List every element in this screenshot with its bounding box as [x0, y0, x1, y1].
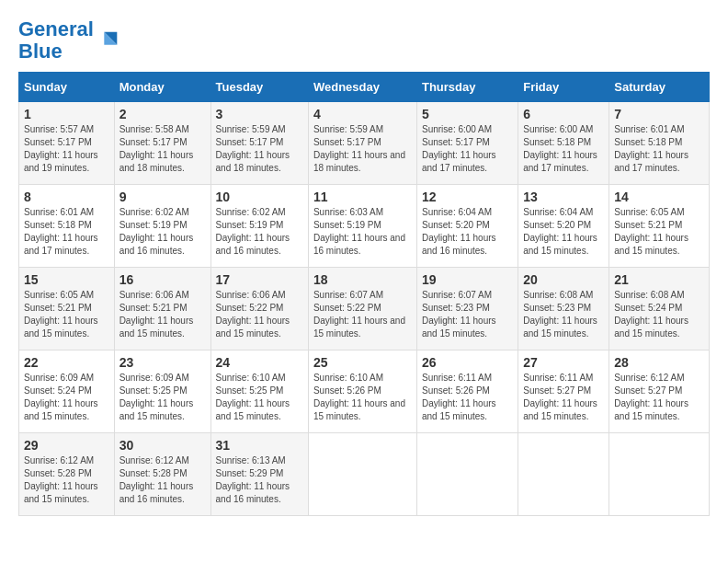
calendar-cell: 13 Sunrise: 6:04 AM Sunset: 5:20 PM Dayl… — [518, 185, 609, 268]
day-number: 30 — [119, 438, 206, 453]
calendar-cell: 29 Sunrise: 6:12 AM Sunset: 5:28 PM Dayl… — [19, 433, 115, 516]
day-number: 26 — [422, 355, 513, 370]
day-number: 6 — [523, 107, 604, 121]
day-info: Sunrise: 6:12 AM Sunset: 5:27 PM Dayligh… — [614, 372, 704, 423]
header-day: Monday — [114, 73, 210, 102]
day-info: Sunrise: 6:00 AM Sunset: 5:18 PM Dayligh… — [523, 123, 604, 175]
day-info: Sunrise: 6:07 AM Sunset: 5:22 PM Dayligh… — [313, 289, 412, 340]
day-number: 29 — [24, 438, 109, 453]
day-info: Sunrise: 6:01 AM Sunset: 5:18 PM Dayligh… — [24, 206, 109, 258]
day-number: 13 — [523, 190, 604, 204]
day-info: Sunrise: 6:03 AM Sunset: 5:19 PM Dayligh… — [313, 206, 412, 258]
calendar-cell: 18 Sunrise: 6:07 AM Sunset: 5:22 PM Dayl… — [308, 268, 416, 350]
calendar-cell: 14 Sunrise: 6:05 AM Sunset: 5:21 PM Dayl… — [609, 185, 710, 268]
calendar-cell: 9 Sunrise: 6:02 AM Sunset: 5:19 PM Dayli… — [114, 185, 210, 268]
day-number: 27 — [523, 355, 604, 370]
day-number: 20 — [523, 272, 604, 287]
page-header: General Blue — [18, 18, 710, 63]
header-day: Saturday — [609, 73, 710, 102]
calendar-cell: 3 Sunrise: 5:59 AM Sunset: 5:17 PM Dayli… — [210, 102, 308, 185]
day-info: Sunrise: 6:05 AM Sunset: 5:21 PM Dayligh… — [24, 289, 109, 340]
calendar-cell: 15 Sunrise: 6:05 AM Sunset: 5:21 PM Dayl… — [19, 268, 115, 350]
day-number: 14 — [614, 190, 704, 204]
day-info: Sunrise: 6:04 AM Sunset: 5:20 PM Dayligh… — [523, 206, 604, 258]
day-number: 10 — [216, 190, 303, 204]
header-day: Tuesday — [210, 73, 308, 102]
day-info: Sunrise: 6:02 AM Sunset: 5:19 PM Dayligh… — [119, 206, 206, 258]
calendar-cell: 24 Sunrise: 6:10 AM Sunset: 5:25 PM Dayl… — [210, 350, 308, 433]
day-number: 12 — [422, 190, 513, 204]
calendar-cell: 1 Sunrise: 5:57 AM Sunset: 5:17 PM Dayli… — [19, 102, 115, 185]
day-info: Sunrise: 6:08 AM Sunset: 5:24 PM Dayligh… — [614, 289, 704, 340]
day-number: 28 — [614, 355, 704, 370]
day-info: Sunrise: 6:04 AM Sunset: 5:20 PM Dayligh… — [422, 206, 513, 258]
header-day: Wednesday — [308, 73, 416, 102]
calendar-cell: 20 Sunrise: 6:08 AM Sunset: 5:23 PM Dayl… — [518, 268, 609, 350]
calendar-cell: 22 Sunrise: 6:09 AM Sunset: 5:24 PM Dayl… — [19, 350, 115, 433]
day-number: 31 — [216, 438, 303, 453]
day-info: Sunrise: 6:00 AM Sunset: 5:17 PM Dayligh… — [422, 123, 513, 175]
day-info: Sunrise: 5:57 AM Sunset: 5:17 PM Dayligh… — [24, 123, 109, 175]
day-number: 1 — [24, 107, 109, 121]
day-info: Sunrise: 6:07 AM Sunset: 5:23 PM Dayligh… — [422, 289, 513, 340]
header-day: Friday — [518, 73, 609, 102]
day-number: 16 — [119, 272, 206, 287]
day-info: Sunrise: 6:12 AM Sunset: 5:28 PM Dayligh… — [24, 454, 109, 506]
calendar-cell: 25 Sunrise: 6:10 AM Sunset: 5:26 PM Dayl… — [308, 350, 416, 433]
calendar-body: 1 Sunrise: 5:57 AM Sunset: 5:17 PM Dayli… — [19, 102, 710, 516]
logo-text: General Blue — [18, 18, 94, 63]
calendar-week-row: 29 Sunrise: 6:12 AM Sunset: 5:28 PM Dayl… — [19, 433, 710, 516]
day-number: 23 — [119, 355, 206, 370]
header-row: SundayMondayTuesdayWednesdayThursdayFrid… — [19, 73, 710, 102]
day-number: 7 — [614, 107, 704, 121]
day-info: Sunrise: 5:58 AM Sunset: 5:17 PM Dayligh… — [119, 123, 206, 175]
day-number: 4 — [313, 107, 412, 121]
day-info: Sunrise: 6:10 AM Sunset: 5:25 PM Dayligh… — [216, 372, 303, 423]
calendar-cell: 7 Sunrise: 6:01 AM Sunset: 5:18 PM Dayli… — [609, 102, 710, 185]
calendar-table: SundayMondayTuesdayWednesdayThursdayFrid… — [18, 72, 710, 516]
calendar-cell: 21 Sunrise: 6:08 AM Sunset: 5:24 PM Dayl… — [609, 268, 710, 350]
calendar-cell — [308, 433, 416, 516]
calendar-cell: 12 Sunrise: 6:04 AM Sunset: 5:20 PM Dayl… — [416, 185, 518, 268]
calendar-cell: 10 Sunrise: 6:02 AM Sunset: 5:19 PM Dayl… — [210, 185, 308, 268]
day-number: 18 — [313, 272, 412, 287]
day-number: 21 — [614, 272, 704, 287]
logo-icon — [96, 28, 121, 53]
calendar-cell — [609, 433, 710, 516]
calendar-cell: 23 Sunrise: 6:09 AM Sunset: 5:25 PM Dayl… — [114, 350, 210, 433]
day-info: Sunrise: 5:59 AM Sunset: 5:17 PM Dayligh… — [313, 123, 412, 175]
day-info: Sunrise: 6:01 AM Sunset: 5:18 PM Dayligh… — [614, 123, 704, 175]
day-number: 9 — [119, 190, 206, 204]
calendar-week-row: 8 Sunrise: 6:01 AM Sunset: 5:18 PM Dayli… — [19, 185, 710, 268]
day-number: 22 — [24, 355, 109, 370]
calendar-cell: 27 Sunrise: 6:11 AM Sunset: 5:27 PM Dayl… — [518, 350, 609, 433]
calendar-week-row: 1 Sunrise: 5:57 AM Sunset: 5:17 PM Dayli… — [19, 102, 710, 185]
day-info: Sunrise: 6:09 AM Sunset: 5:24 PM Dayligh… — [24, 372, 109, 423]
day-number: 3 — [216, 107, 303, 121]
calendar-week-row: 22 Sunrise: 6:09 AM Sunset: 5:24 PM Dayl… — [19, 350, 710, 433]
calendar-week-row: 15 Sunrise: 6:05 AM Sunset: 5:21 PM Dayl… — [19, 268, 710, 350]
day-info: Sunrise: 6:08 AM Sunset: 5:23 PM Dayligh… — [523, 289, 604, 340]
calendar-cell: 4 Sunrise: 5:59 AM Sunset: 5:17 PM Dayli… — [308, 102, 416, 185]
calendar-cell — [416, 433, 518, 516]
calendar-cell: 8 Sunrise: 6:01 AM Sunset: 5:18 PM Dayli… — [19, 185, 115, 268]
calendar-cell — [518, 433, 609, 516]
calendar-cell: 6 Sunrise: 6:00 AM Sunset: 5:18 PM Dayli… — [518, 102, 609, 185]
day-info: Sunrise: 6:11 AM Sunset: 5:27 PM Dayligh… — [523, 372, 604, 423]
day-number: 25 — [313, 355, 412, 370]
calendar-cell: 16 Sunrise: 6:06 AM Sunset: 5:21 PM Dayl… — [114, 268, 210, 350]
day-info: Sunrise: 6:10 AM Sunset: 5:26 PM Dayligh… — [313, 372, 412, 423]
calendar-cell: 11 Sunrise: 6:03 AM Sunset: 5:19 PM Dayl… — [308, 185, 416, 268]
header-day: Thursday — [416, 73, 518, 102]
day-info: Sunrise: 6:13 AM Sunset: 5:29 PM Dayligh… — [216, 454, 303, 506]
day-number: 24 — [216, 355, 303, 370]
day-number: 8 — [24, 190, 109, 204]
day-info: Sunrise: 6:05 AM Sunset: 5:21 PM Dayligh… — [614, 206, 704, 258]
calendar-cell: 19 Sunrise: 6:07 AM Sunset: 5:23 PM Dayl… — [416, 268, 518, 350]
calendar-cell: 26 Sunrise: 6:11 AM Sunset: 5:26 PM Dayl… — [416, 350, 518, 433]
calendar-header: SundayMondayTuesdayWednesdayThursdayFrid… — [19, 73, 710, 102]
day-info: Sunrise: 5:59 AM Sunset: 5:17 PM Dayligh… — [216, 123, 303, 175]
day-info: Sunrise: 6:11 AM Sunset: 5:26 PM Dayligh… — [422, 372, 513, 423]
day-number: 17 — [216, 272, 303, 287]
calendar-cell: 5 Sunrise: 6:00 AM Sunset: 5:17 PM Dayli… — [416, 102, 518, 185]
